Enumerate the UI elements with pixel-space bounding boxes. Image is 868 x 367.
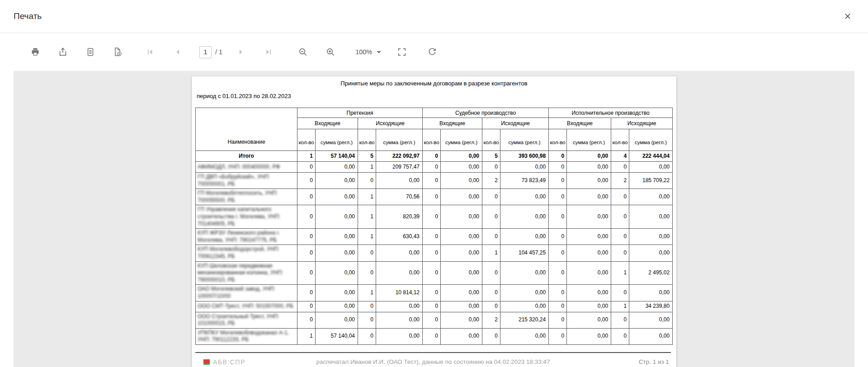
qty-cell: 5 bbox=[358, 151, 376, 162]
qty-cell: 2 bbox=[482, 173, 500, 189]
qty-cell: 1 bbox=[358, 229, 376, 245]
qty-cell: 0 bbox=[297, 229, 316, 245]
zoom-out-button[interactable] bbox=[297, 46, 309, 58]
sum-cell: 0,00 bbox=[500, 301, 549, 312]
contractor-name: АФИМОДЛ, УНП: 000400000, РФ bbox=[196, 162, 297, 173]
report-table-body: Итого157 140,045222 092,9700,005393 600,… bbox=[196, 151, 673, 345]
qty-cell: 0 bbox=[358, 328, 376, 344]
print-button[interactable] bbox=[29, 46, 41, 58]
contractor-name: ООО Строительный Трест, УНП: 101000015, … bbox=[196, 312, 297, 328]
first-page-button[interactable] bbox=[144, 46, 156, 58]
sum-cell: 0,00 bbox=[441, 301, 482, 312]
pdf-viewer[interactable]: Принятые меры по заключенным договорам в… bbox=[14, 71, 854, 367]
sum-cell: 0,00 bbox=[316, 301, 358, 312]
close-icon bbox=[843, 12, 852, 21]
sum-cell: 0,00 bbox=[567, 151, 611, 162]
sum-cell: 0,00 bbox=[376, 261, 423, 285]
sum-cell: 0,00 bbox=[441, 189, 482, 205]
sum-cell: 0,00 bbox=[500, 285, 549, 301]
qty-cell: 0 bbox=[611, 189, 629, 205]
qty-cell: 0 bbox=[549, 229, 567, 245]
page-number-input[interactable] bbox=[199, 46, 212, 58]
table-row: ГП ДВП «Бобруйский», УНП: 700000001, РБ0… bbox=[196, 173, 673, 189]
contractor-name: ГП ДВП «Бобруйский», УНП: 700000001, РБ bbox=[196, 173, 297, 189]
qty-cell: 0 bbox=[358, 245, 376, 261]
qty-cell: 0 bbox=[482, 162, 500, 173]
print-icon bbox=[30, 47, 40, 57]
sum-cell: 0,00 bbox=[376, 312, 423, 328]
sum-cell: 0,00 bbox=[500, 205, 549, 229]
qty-cell: 0 bbox=[611, 328, 629, 344]
sum-cell: 0,00 bbox=[441, 151, 482, 162]
metric-header: сумма (регл.) bbox=[441, 129, 482, 151]
qty-cell: 0 bbox=[358, 312, 376, 328]
qty-cell: 0 bbox=[423, 162, 441, 173]
metric-header: кол-во bbox=[611, 129, 629, 151]
qty-cell: 0 bbox=[482, 229, 500, 245]
sum-cell: 0,00 bbox=[567, 229, 611, 245]
metric-header: сумма (регл.) bbox=[567, 129, 611, 151]
print-dialog-header: Печать bbox=[0, 0, 868, 33]
document-button[interactable] bbox=[85, 46, 96, 58]
qty-cell: 1 bbox=[611, 301, 629, 312]
prev-page-button[interactable] bbox=[172, 46, 184, 58]
save-pdf-button[interactable] bbox=[112, 46, 123, 58]
sum-cell: 57 140,04 bbox=[316, 151, 358, 162]
qty-cell: 0 bbox=[549, 328, 567, 344]
close-button[interactable] bbox=[841, 9, 854, 23]
qty-cell: 0 bbox=[549, 151, 567, 162]
table-row: УПКПКУ Могилевоблводоканал А-1, УНП: 790… bbox=[196, 328, 673, 344]
export-button[interactable] bbox=[57, 46, 69, 58]
qty-cell: 0 bbox=[482, 205, 500, 229]
refresh-button[interactable] bbox=[426, 46, 438, 58]
table-row: КУП ЖРЭУ Ленинского района г. Могилева, … bbox=[196, 229, 673, 245]
qty-cell: 0 bbox=[297, 189, 316, 205]
qty-cell: 1 bbox=[297, 328, 316, 344]
table-row: ГП Управление капитального строительства… bbox=[196, 205, 673, 229]
report-period: период с 01.01.2023 по 28.02.2023 bbox=[197, 93, 676, 99]
sum-cell: 0,00 bbox=[629, 285, 673, 301]
metric-header: кол-во bbox=[297, 129, 316, 151]
last-page-button[interactable] bbox=[263, 46, 274, 58]
next-page-button[interactable] bbox=[235, 46, 247, 58]
metric-header: кол-во bbox=[358, 129, 376, 151]
table-row: ООО СМТ-Трест, УНП: 501507000, РБ00,0000… bbox=[196, 301, 673, 312]
total-label: Итого bbox=[196, 151, 297, 162]
group-header-claims: Претензия bbox=[297, 108, 423, 118]
qty-cell: 0 bbox=[549, 189, 567, 205]
sum-cell: 393 600,98 bbox=[500, 151, 549, 162]
zoom-level-value: 100% bbox=[355, 48, 372, 56]
column-header-name: Наименование bbox=[196, 108, 297, 151]
sum-cell: 70,56 bbox=[376, 189, 423, 205]
brand-flag-icon bbox=[203, 359, 210, 365]
sum-cell: 0,00 bbox=[376, 301, 423, 312]
sum-cell: 630,43 bbox=[376, 229, 423, 245]
contractor-name: КУП Шкловская передвижная механизированн… bbox=[196, 261, 297, 285]
zoom-level-select[interactable]: 100% bbox=[355, 48, 381, 56]
sum-cell: 0,00 bbox=[441, 285, 482, 301]
sum-cell: 0,00 bbox=[567, 301, 611, 312]
dir-header: Исходящие bbox=[358, 118, 423, 129]
brand-label: АБВ:СПР bbox=[213, 358, 245, 366]
fullscreen-button[interactable] bbox=[396, 46, 408, 58]
sum-cell: 0,00 bbox=[567, 173, 611, 189]
qty-cell: 0 bbox=[423, 205, 441, 229]
qty-cell: 0 bbox=[611, 312, 629, 328]
sum-cell: 0,00 bbox=[567, 189, 611, 205]
contractor-name: ОАО Могилевский завод, УНП: 100007/10/00 bbox=[196, 285, 297, 301]
zoom-in-button[interactable] bbox=[325, 46, 336, 58]
sum-cell: 0,00 bbox=[441, 245, 482, 261]
sum-cell: 0,00 bbox=[567, 205, 611, 229]
report-footer: АБВ:СПР распечатал Иванов И.И. (ОАО Тест… bbox=[195, 358, 671, 366]
sum-cell: 0,00 bbox=[376, 245, 423, 261]
qty-cell: 4 bbox=[611, 151, 629, 162]
qty-cell: 0 bbox=[549, 312, 567, 328]
sum-cell: 0,00 bbox=[629, 312, 673, 328]
sum-cell: 820,39 bbox=[376, 205, 423, 229]
qty-cell: 1 bbox=[297, 151, 316, 162]
dir-header: Входящие bbox=[423, 118, 482, 129]
sum-cell: 185 709,22 bbox=[629, 173, 673, 189]
sum-cell: 0,00 bbox=[316, 189, 358, 205]
prev-page-icon bbox=[173, 47, 183, 57]
sum-cell: 57 140,04 bbox=[316, 328, 358, 344]
